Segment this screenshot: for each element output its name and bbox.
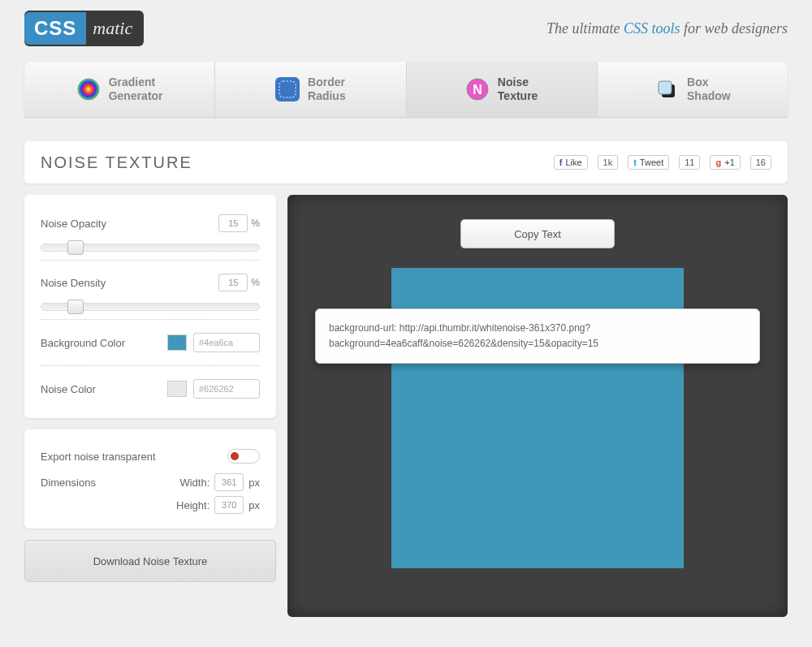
page-title: NOISE TEXTURE: [41, 153, 192, 172]
noisecolor-swatch[interactable]: [167, 381, 187, 397]
tab-gradient-generator[interactable]: GradientGenerator: [24, 62, 215, 117]
bgcolor-label: Background Color: [41, 337, 125, 349]
google-plus-button[interactable]: g+1: [710, 155, 740, 170]
density-slider-thumb[interactable]: [67, 300, 84, 314]
export-panel: Export noise transparent Dimensions Widt…: [24, 429, 276, 528]
border-radius-icon: [275, 77, 300, 101]
twitter-icon: t: [633, 157, 637, 167]
svg-rect-5: [659, 81, 672, 94]
opacity-label: Noise Opacity: [41, 218, 106, 230]
twitter-tweet-button[interactable]: tTweet: [628, 155, 669, 170]
tool-tabs: GradientGenerator BorderRadius N NoiseTe…: [24, 62, 788, 117]
bgcolor-input[interactable]: [193, 333, 260, 352]
noisecolor-label: Noise Color: [41, 383, 96, 395]
logo-css: CSS: [24, 12, 86, 45]
facebook-icon: f: [559, 157, 563, 167]
tagline: The ultimate CSS tools for web designers: [546, 20, 788, 37]
svg-point-0: [78, 79, 99, 100]
download-button[interactable]: Download Noise Texture: [24, 540, 276, 582]
logo-matic: matic: [86, 18, 132, 39]
opacity-input[interactable]: [218, 214, 248, 232]
box-shadow-icon: [654, 77, 679, 101]
density-input[interactable]: [218, 274, 248, 291]
title-bar: NOISE TEXTURE fLike 1k tTweet 11 g+1 16: [24, 141, 788, 183]
export-transparent-label: Export noise transparent: [41, 451, 156, 463]
google-plus-icon: g: [715, 157, 721, 167]
code-output[interactable]: background-url: http://api.thumbr.it/whi…: [315, 308, 760, 364]
height-input[interactable]: [214, 496, 244, 514]
tab-border-radius[interactable]: BorderRadius: [215, 62, 406, 117]
twitter-count: 11: [679, 155, 700, 170]
opacity-slider-thumb[interactable]: [67, 240, 84, 255]
copy-text-button[interactable]: Copy Text: [460, 219, 615, 248]
preview-panel: Copy Text background-url: http://api.thu…: [287, 195, 788, 617]
tab-noise-texture[interactable]: N NoiseTexture: [407, 62, 598, 117]
svg-rect-1: [279, 81, 296, 97]
width-input[interactable]: [214, 473, 244, 491]
tab-box-shadow[interactable]: BoxShadow: [598, 62, 788, 117]
logo[interactable]: CSS matic: [24, 11, 144, 46]
gradient-icon: [76, 77, 101, 101]
social-buttons: fLike 1k tTweet 11 g+1 16: [554, 155, 771, 170]
dimensions-label: Dimensions: [41, 477, 175, 489]
export-transparent-toggle[interactable]: [227, 449, 260, 464]
noisecolor-input[interactable]: [193, 379, 260, 399]
controls-panel: Noise Opacity % Noise Density % Backgrou…: [24, 195, 276, 418]
density-slider[interactable]: [41, 303, 260, 311]
facebook-like-button[interactable]: fLike: [554, 155, 588, 170]
facebook-count: 1k: [598, 155, 619, 170]
google-plus-count: 16: [750, 155, 771, 170]
density-label: Noise Density: [41, 277, 106, 289]
noise-icon: N: [465, 77, 490, 101]
bgcolor-swatch[interactable]: [167, 334, 187, 351]
opacity-slider[interactable]: [41, 244, 260, 252]
svg-text:N: N: [473, 83, 482, 97]
